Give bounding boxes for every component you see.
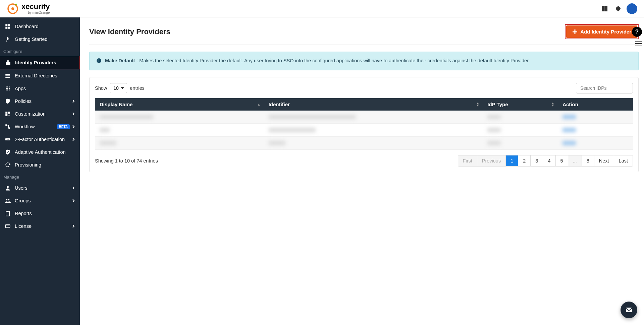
entries-select[interactable]: 10 [110,83,127,93]
show-entries: Show 10 entries [95,83,145,93]
page-5[interactable]: 5 [555,155,568,166]
sidebar-item-external-directories[interactable]: External Directories [0,69,80,82]
svg-rect-39 [626,308,632,312]
sidebar-item-provisioning[interactable]: Provisioning [0,158,80,171]
table-row [95,123,633,136]
workflow-icon [5,124,11,130]
table-card: Show 10 entries Display Name▲ Identifier… [89,77,639,172]
sidebar-label: Groups [15,198,31,203]
page-next[interactable]: Next [594,155,614,166]
side-menu-toggle[interactable] [635,41,642,48]
page-title: View Identity Providers [89,27,170,36]
sidebar-label: Dashboard [15,24,39,29]
svg-rect-23 [5,124,7,126]
sidebar-label: License [15,223,32,229]
sidebar-item-reports[interactable]: Reports [0,207,80,220]
entries-label: entries [130,85,145,91]
blurred-action[interactable] [562,141,576,145]
chat-button[interactable] [621,302,637,318]
svg-point-17 [6,89,7,90]
col-identifier[interactable]: Identifier▲▼ [264,98,483,111]
page-4[interactable]: 4 [543,155,555,166]
svg-rect-9 [5,75,10,76]
sidebar-item-users[interactable]: Users [0,182,80,194]
svg-rect-7 [7,61,9,62]
list-icon [5,73,11,79]
brand-name: xecurify [21,3,50,10]
sidebar-label: Apps [15,86,26,91]
blurred-action[interactable] [562,115,576,119]
showing-text: Showing 1 to 10 of 74 entries [95,158,158,164]
svg-point-29 [8,199,10,201]
sidebar-item-customization[interactable]: Customization [0,108,80,120]
avatar[interactable] [627,3,637,14]
col-action: Action [558,98,633,111]
sidebar-item-workflow[interactable]: Workflow BETA [0,120,80,133]
sort-icon: ▲▼ [551,102,554,107]
docs-icon[interactable] [601,5,608,12]
logo[interactable]: xecurify by miniOrange [7,3,50,15]
page-last[interactable]: Last [614,155,633,166]
page-1[interactable]: 1 [505,155,518,166]
page-header: View Identity Providers Add Identity Pro… [89,24,639,45]
brand-subtitle: by miniOrange [21,11,50,14]
svg-point-12 [7,86,8,87]
help-button[interactable]: ? [632,27,642,37]
user-icon [5,185,11,191]
col-display-name[interactable]: Display Name▲ [95,98,264,111]
logo-icon [7,3,19,15]
svg-rect-20 [5,112,7,114]
sidebar-label: Users [15,185,28,191]
blurred-cell [100,141,116,145]
page-ellipsis: ... [568,155,582,166]
blurred-cell [487,128,501,132]
table-row [95,111,633,124]
sidebar-item-groups[interactable]: Groups [0,194,80,207]
add-button-highlight: Add Identity Provider [565,24,639,39]
info-icon: i [96,58,102,63]
page-first[interactable]: First [458,155,477,166]
sidebar-item-policies[interactable]: Policies [0,95,80,108]
sidebar-item-getting-started[interactable]: Getting Started [0,33,80,46]
sidebar-item-license[interactable]: License [0,220,80,233]
svg-rect-33 [5,226,10,226]
blurred-action[interactable] [562,128,576,132]
svg-point-13 [9,86,10,87]
sidebar-label: Identity Providers [15,60,56,65]
sidebar-item-2fa[interactable]: 123 2-Factor Authentication [0,133,80,146]
svg-rect-8 [5,74,10,75]
chevron-right-icon [72,199,75,202]
gear-icon[interactable] [614,5,621,12]
page-previous[interactable]: Previous [477,155,505,166]
svg-text:i: i [98,59,99,63]
table-footer: Showing 1 to 10 of 74 entries First Prev… [95,155,633,167]
search-box [576,83,633,93]
page-8[interactable]: 8 [582,155,594,166]
svg-point-28 [6,199,8,201]
sidebar-label: Provisioning [15,162,41,168]
topbar-actions [601,3,637,14]
svg-rect-21 [8,112,10,114]
svg-rect-5 [8,27,10,29]
sidebar-item-adaptive[interactable]: Adaptive Authentication [0,146,80,158]
sidebar-item-dashboard[interactable]: Dashboard [0,20,80,33]
info-text: Make Default : Makes the selected Identi… [105,57,530,65]
sidebar-section-manage: Manage [0,171,80,182]
mail-icon [625,306,633,314]
sidebar-item-identity-providers[interactable]: Identity Providers [0,56,80,69]
svg-point-14 [6,88,7,89]
sidebar-item-apps[interactable]: Apps [0,82,80,95]
page-3[interactable]: 3 [530,155,543,166]
search-input[interactable] [576,83,633,93]
blurred-cell [269,141,285,145]
svg-rect-4 [5,27,7,29]
idp-table: Display Name▲ Identifier▲▼ IdP Type▲▼ Ac… [95,98,633,150]
chevron-right-icon [72,125,75,128]
add-identity-provider-button[interactable]: Add Identity Provider [566,25,637,38]
page-2[interactable]: 2 [518,155,530,166]
svg-point-18 [7,89,8,90]
svg-rect-35 [635,43,642,44]
blurred-cell [100,128,110,132]
col-idp-type[interactable]: IdP Type▲▼ [483,98,558,111]
logo-text: xecurify by miniOrange [21,3,50,14]
